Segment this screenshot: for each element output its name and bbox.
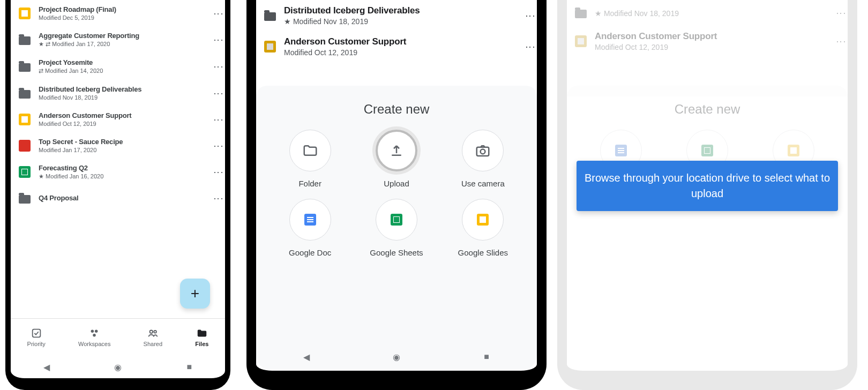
option-label: Google Slides xyxy=(458,248,508,257)
create-option-upload[interactable]: Upload xyxy=(353,130,439,188)
create-option-folder[interactable]: Folder xyxy=(267,130,353,188)
file-subtitle: Modified Oct 12, 2019 xyxy=(595,43,835,51)
workspaces-icon xyxy=(88,327,100,339)
phone-3-tooltip: ★ Modified Nov 18, 2019 ⋮ Anderson Custo… xyxy=(557,0,857,390)
create-option-google-slides[interactable]: Google Slides xyxy=(440,199,526,257)
tab-priority[interactable]: Priority xyxy=(27,327,46,347)
slides-icon xyxy=(263,39,278,54)
file-subtitle: Modified Nov 18, 2019 xyxy=(39,94,212,101)
folder-icon xyxy=(263,8,278,23)
file-row[interactable]: Aggregate Customer Reporting ★ ⇄ Modifie… xyxy=(11,26,225,53)
slides-icon xyxy=(17,6,32,21)
tab-label: Workspaces xyxy=(78,341,110,347)
upload-tooltip: Browse through your location drive to se… xyxy=(577,161,838,211)
file-subtitle: Modified Jan 17, 2020 xyxy=(39,147,212,153)
file-title: Distributed Iceberg Deliverables xyxy=(284,5,524,16)
option-label: Use camera xyxy=(461,179,505,188)
sheet-title: Create new xyxy=(572,102,842,117)
system-nav: ◀ ◉ ■ xyxy=(261,343,532,371)
option-label: Google Sheets xyxy=(370,248,423,257)
file-row[interactable]: Distributed Iceberg Deliverables ★ Modif… xyxy=(256,0,537,31)
file-row[interactable]: Q4 Proposal ⋮ xyxy=(11,185,225,211)
file-subtitle: Modified Oct 12, 2019 xyxy=(284,48,524,57)
tab-shared[interactable]: Shared xyxy=(144,327,162,347)
file-title: Distributed Iceberg Deliverables xyxy=(39,85,212,93)
file-title: Project Roadmap (Final) xyxy=(39,5,212,13)
file-title: Forecasting Q2 xyxy=(39,164,212,172)
create-new-sheet: Create new Folder Upload Use camera Goog… xyxy=(256,86,537,371)
sheets-icon xyxy=(376,199,417,241)
slides-icon xyxy=(573,34,588,49)
create-option-use-camera[interactable]: Use camera xyxy=(440,130,526,188)
option-label: Google Doc xyxy=(289,248,331,257)
svg-point-5 xyxy=(154,331,157,333)
priority-icon xyxy=(31,327,42,339)
file-row[interactable]: Distributed Iceberg Deliverables Modifie… xyxy=(11,80,225,106)
phone-2-create-sheet: Distributed Iceberg Deliverables ★ Modif… xyxy=(246,0,547,390)
create-option-google-doc[interactable]: Google Doc xyxy=(267,199,353,257)
svg-point-3 xyxy=(93,334,96,337)
pdf-icon xyxy=(17,138,32,153)
option-label: Folder xyxy=(298,179,321,188)
file-row[interactable]: Project Yosemite ⇄ Modified Jan 14, 2020… xyxy=(11,53,225,80)
nav-back-icon: ◀ xyxy=(36,362,57,372)
tab-label: Priority xyxy=(27,341,46,347)
create-option-google-sheets[interactable]: Google Sheets xyxy=(353,199,439,257)
file-title: Anderson Customer Support xyxy=(284,36,524,47)
doc-icon xyxy=(289,199,331,241)
tab-files[interactable]: Files xyxy=(195,327,208,347)
slides-icon xyxy=(17,112,32,127)
sheet-title: Create new xyxy=(261,102,532,117)
fab-create[interactable]: + xyxy=(180,279,210,309)
folder-outline-icon xyxy=(289,130,331,171)
camera-icon xyxy=(462,130,504,171)
sheets-icon xyxy=(17,164,32,179)
file-row[interactable]: Anderson Customer Support Modified Oct 1… xyxy=(11,106,225,132)
file-subtitle: ★ Modified Nov 18, 2019 xyxy=(595,9,835,18)
file-title: Project Yosemite xyxy=(39,58,212,66)
svg-rect-0 xyxy=(32,329,40,338)
file-row[interactable]: Anderson Customer Support Modified Oct 1… xyxy=(567,26,848,57)
slides-icon xyxy=(462,199,504,241)
svg-point-2 xyxy=(95,330,98,333)
file-subtitle: Modified Oct 12, 2019 xyxy=(39,121,212,127)
folder-icon xyxy=(17,191,32,206)
phone-1-files-list: Project Roadmap (Final) Modified Dec 5, … xyxy=(5,0,230,390)
shared-icon xyxy=(147,327,159,339)
file-subtitle: Modified Dec 5, 2019 xyxy=(39,14,212,21)
file-row[interactable]: Forecasting Q2 ★ Modified Jan 16, 2020 ⋮ xyxy=(11,159,225,185)
tab-label: Files xyxy=(195,341,208,347)
system-nav: ◀ ◉ ■ xyxy=(11,356,225,378)
file-title: Anderson Customer Support xyxy=(39,111,212,119)
tab-label: Shared xyxy=(144,341,162,347)
file-title: Q4 Proposal xyxy=(39,194,212,202)
bottom-tabs: PriorityWorkspacesSharedFiles xyxy=(11,318,225,356)
tab-workspaces[interactable]: Workspaces xyxy=(78,327,110,347)
file-row[interactable]: ★ Modified Nov 18, 2019 ⋮ xyxy=(567,0,848,26)
file-row[interactable]: Top Secret - Sauce Recipe Modified Jan 1… xyxy=(11,132,225,159)
folder-icon xyxy=(17,59,32,74)
folder-icon xyxy=(17,32,32,47)
svg-rect-6 xyxy=(477,147,489,156)
file-subtitle: ★ Modified Nov 18, 2019 xyxy=(284,17,524,26)
option-label: Upload xyxy=(384,179,409,188)
file-title: Anderson Customer Support xyxy=(595,31,835,42)
file-row[interactable]: Anderson Customer Support Modified Oct 1… xyxy=(256,31,537,62)
file-title: Top Secret - Sauce Recipe xyxy=(39,138,212,146)
create-new-sheet-faded: Create new Google Doc Google Sheets Goog… xyxy=(567,86,848,96)
file-row[interactable]: Project Roadmap (Final) Modified Dec 5, … xyxy=(11,0,225,26)
file-subtitle: ★ Modified Jan 16, 2020 xyxy=(39,173,212,180)
files-icon xyxy=(196,327,208,339)
nav-recents-icon: ■ xyxy=(476,352,497,362)
svg-point-7 xyxy=(481,149,485,154)
folder-icon xyxy=(17,86,32,101)
file-subtitle: ⇄ Modified Jan 14, 2020 xyxy=(39,68,212,74)
nav-home-icon: ◉ xyxy=(386,352,407,362)
file-title: Aggregate Customer Reporting xyxy=(39,32,212,40)
nav-back-icon: ◀ xyxy=(296,352,317,362)
nav-recents-icon: ■ xyxy=(178,362,200,372)
upload-icon xyxy=(376,130,417,171)
file-subtitle: ★ ⇄ Modified Jan 17, 2020 xyxy=(39,41,212,48)
folder-icon xyxy=(573,5,588,20)
svg-point-4 xyxy=(150,331,153,334)
